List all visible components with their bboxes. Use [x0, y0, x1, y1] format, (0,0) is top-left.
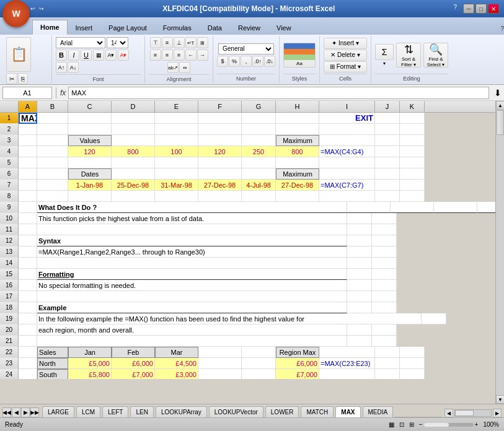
- cell-j8[interactable]: [375, 191, 400, 202]
- row-num-14[interactable]: 14: [0, 258, 19, 269]
- cell-i7[interactable]: =MAX(C7:G7): [319, 180, 375, 191]
- cell-k11[interactable]: [372, 224, 397, 235]
- align-left-button[interactable]: ≡: [150, 50, 161, 61]
- cell-c8[interactable]: [68, 191, 112, 202]
- cell-b9[interactable]: What Does It Do ?: [37, 202, 347, 213]
- h-scroll-right[interactable]: ▶: [493, 409, 502, 417]
- cell-h5[interactable]: [276, 157, 319, 168]
- cell-e2[interactable]: [155, 124, 198, 135]
- sheet-tab-lookuparray[interactable]: LOOKUPArray: [156, 406, 207, 417]
- cell-h6[interactable]: Maximum: [276, 168, 319, 180]
- cell-d6[interactable]: [112, 168, 155, 180]
- cell-a17[interactable]: [19, 291, 37, 302]
- col-header-k[interactable]: K: [400, 101, 425, 112]
- col-header-f[interactable]: F: [198, 101, 242, 112]
- cell-a22[interactable]: [19, 347, 37, 358]
- cell-a15[interactable]: [19, 269, 37, 280]
- quick-redo-icon[interactable]: ↪: [39, 6, 44, 12]
- restore-btn[interactable]: □: [475, 4, 487, 14]
- cell-d24[interactable]: £7,000: [112, 369, 155, 379]
- increase-font-button[interactable]: A↑: [56, 62, 67, 73]
- cell-k20[interactable]: [372, 324, 397, 336]
- cell-i22[interactable]: [319, 347, 375, 358]
- increase-indent-button[interactable]: →: [197, 50, 208, 61]
- col-header-g[interactable]: G: [242, 101, 276, 112]
- decrease-decimal-button[interactable]: .0↓: [264, 56, 275, 67]
- cell-a7[interactable]: [19, 180, 37, 191]
- cell-b22[interactable]: Sales: [37, 347, 68, 358]
- cell-a21[interactable]: [19, 336, 37, 347]
- cell-a10[interactable]: [19, 213, 37, 224]
- cell-i8[interactable]: [319, 191, 375, 202]
- cell-b10[interactable]: This function picks the highest value fr…: [37, 213, 347, 224]
- tab-view[interactable]: View: [268, 20, 299, 35]
- cell-j5[interactable]: [375, 157, 400, 168]
- cell-h7[interactable]: 27-Dec-98: [276, 180, 319, 191]
- underline-button[interactable]: U: [81, 50, 92, 61]
- cell-h4[interactable]: 800: [276, 146, 319, 157]
- cell-f5[interactable]: [198, 157, 242, 168]
- cell-k6[interactable]: [400, 168, 425, 180]
- cell-k10[interactable]: [372, 213, 397, 224]
- cell-c3[interactable]: Values: [68, 135, 112, 146]
- sheet-tab-prev-one[interactable]: ◀: [12, 407, 20, 417]
- cell-f8[interactable]: [198, 191, 242, 202]
- cell-k17[interactable]: [372, 291, 397, 302]
- cell-e23[interactable]: £4,500: [155, 358, 198, 369]
- cell-a16[interactable]: [19, 280, 37, 291]
- cell-b6[interactable]: [37, 168, 68, 180]
- cell-g7[interactable]: 4-Jul-98: [242, 180, 276, 191]
- cell-d3[interactable]: [112, 135, 155, 146]
- close-btn[interactable]: ✕: [488, 4, 499, 14]
- row-num-4[interactable]: 4: [0, 146, 19, 157]
- sheet-tab-prev[interactable]: ◀◀: [2, 407, 11, 417]
- cell-h1[interactable]: [276, 113, 319, 124]
- row-num-19[interactable]: 19: [0, 313, 19, 324]
- col-header-h[interactable]: H: [276, 101, 319, 112]
- cell-k7[interactable]: [400, 180, 425, 191]
- cell-a11[interactable]: [19, 224, 37, 235]
- cell-f6[interactable]: [198, 168, 242, 180]
- sheet-tab-left[interactable]: LEFT: [102, 406, 128, 417]
- cut-button[interactable]: ✂: [6, 73, 17, 84]
- orientation-button[interactable]: ab↗: [167, 62, 179, 73]
- tab-review[interactable]: Review: [230, 20, 268, 35]
- cell-j6[interactable]: [375, 168, 400, 180]
- cell-b2[interactable]: [37, 124, 68, 135]
- cell-h24[interactable]: £7,000: [276, 369, 319, 379]
- cell-j12[interactable]: [347, 235, 372, 246]
- tab-insert[interactable]: Insert: [68, 20, 101, 35]
- cell-j24[interactable]: [375, 369, 400, 379]
- cell-g2[interactable]: [242, 124, 276, 135]
- cell-a2[interactable]: [19, 124, 37, 135]
- row-num-24[interactable]: 24: [0, 369, 19, 379]
- cell-b1[interactable]: [37, 113, 68, 124]
- cell-a8[interactable]: [19, 191, 37, 202]
- quick-undo-icon[interactable]: ↩: [30, 6, 35, 12]
- copy-button[interactable]: ⎘: [18, 73, 28, 84]
- cell-b16[interactable]: No special formatting is needed.: [37, 280, 347, 291]
- decrease-font-button[interactable]: A↓: [68, 62, 79, 73]
- cell-g6[interactable]: [242, 168, 276, 180]
- fill-color-button[interactable]: A▾: [105, 50, 117, 61]
- cell-b5[interactable]: [37, 157, 68, 168]
- cell-k12[interactable]: [372, 235, 397, 246]
- cell-k22[interactable]: [400, 347, 425, 358]
- cell-j1[interactable]: [375, 113, 400, 124]
- zoom-slider[interactable]: − +: [419, 421, 479, 428]
- cell-c2[interactable]: [68, 124, 112, 135]
- cell-b23[interactable]: North: [37, 358, 68, 369]
- row-num-11[interactable]: 11: [0, 224, 19, 235]
- cell-c9[interactable]: [347, 202, 391, 213]
- percent-button[interactable]: %: [229, 56, 240, 67]
- cell-j21[interactable]: [347, 336, 372, 347]
- h-scroll-track[interactable]: [454, 409, 492, 417]
- cell-e1[interactable]: [155, 113, 198, 124]
- cell-f3[interactable]: [198, 135, 242, 146]
- cell-k15[interactable]: [372, 269, 397, 280]
- cell-j23[interactable]: [375, 358, 400, 369]
- cell-d22[interactable]: Feb: [112, 347, 155, 358]
- cell-j17[interactable]: [347, 291, 372, 302]
- cell-g24[interactable]: [242, 369, 276, 379]
- sheet-tab-max[interactable]: MAX: [335, 406, 360, 417]
